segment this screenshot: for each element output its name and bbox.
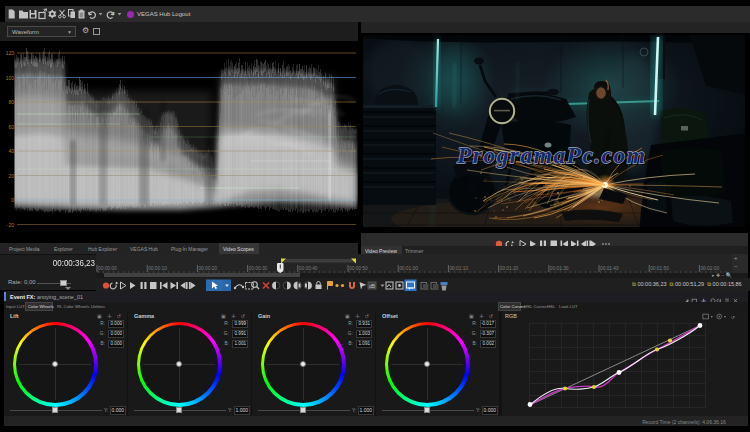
svg-text:00:00:10: 00:00:10: [148, 266, 167, 271]
svg-text:00:00:00: 00:00:00: [98, 266, 117, 271]
svg-text:100: 100: [6, 75, 15, 81]
svg-text:00:01:30: 00:01:30: [550, 266, 569, 271]
svg-text:00:02:00: 00:02:00: [700, 266, 719, 271]
svg-text:00:01:00: 00:01:00: [399, 266, 418, 271]
svg-text:60: 60: [8, 124, 14, 130]
svg-text:▾: ▾: [724, 314, 726, 319]
svg-text:0: 0: [11, 197, 14, 203]
svg-text:00:00:50: 00:00:50: [349, 266, 368, 271]
svg-text:80: 80: [8, 99, 14, 105]
svg-text:40: 40: [8, 148, 14, 154]
svg-text:ProgramaPc.com: ProgramaPc.com: [456, 142, 645, 168]
svg-text:00:01:40: 00:01:40: [600, 266, 619, 271]
svg-text:↺: ↺: [731, 315, 735, 320]
svg-text:00:00:30: 00:00:30: [249, 266, 268, 271]
svg-text:00:00:20: 00:00:20: [198, 266, 217, 271]
svg-text:dB: dB: [369, 283, 376, 289]
svg-text:-20: -20: [7, 222, 14, 228]
svg-text:00:01:50: 00:01:50: [650, 266, 669, 271]
svg-text:00:01:20: 00:01:20: [500, 266, 519, 271]
svg-text:00:00:40: 00:00:40: [299, 266, 318, 271]
svg-text:▾: ▾: [711, 314, 713, 319]
svg-text:00:01:10: 00:01:10: [449, 266, 468, 271]
svg-text:120: 120: [6, 50, 15, 56]
svg-text:20: 20: [8, 173, 14, 179]
